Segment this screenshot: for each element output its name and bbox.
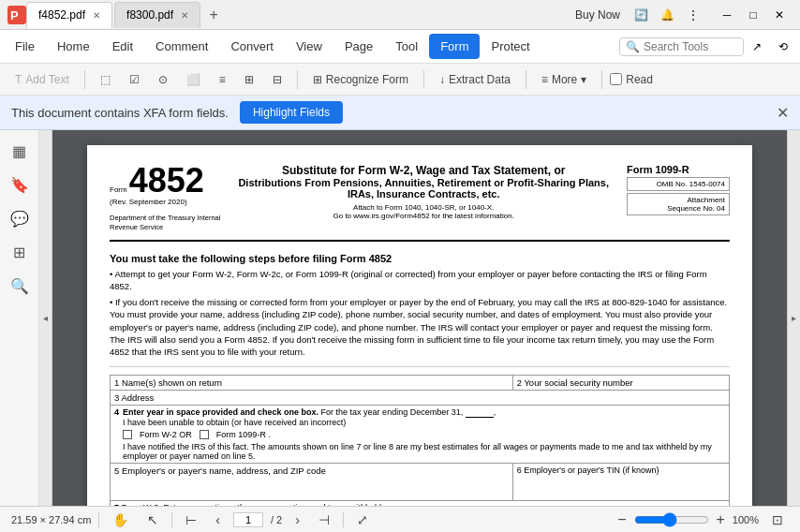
fit-page-button[interactable]: ⤢ [351,510,374,529]
menu-edit[interactable]: Edit [101,34,144,59]
titlebar: P f4852.pdf ✕ f8300.pdf ✕ + Buy Now 🔄 🔔 … [0,0,800,30]
nav-prev-button[interactable]: ‹ [210,510,226,529]
extract-data-button[interactable]: ↓ Extract Data [432,69,518,90]
svg-text:P: P [10,8,19,22]
toolbar-icon1[interactable]: ⬚ [93,69,118,90]
field-4-sub: I have been unable to obtain (or have re… [123,418,725,427]
fit-width-button[interactable]: ⊡ [766,510,789,529]
more-button[interactable]: ≡ More ▾ [534,69,594,90]
menu-convert[interactable]: Convert [219,34,285,59]
nav-next-button[interactable]: › [289,510,305,529]
pdf-area[interactable]: Form 4852 (Rev. September 2020) Departme… [52,130,787,506]
layers-panel-icon[interactable]: ⊞ [7,239,33,265]
read-checkbox[interactable] [610,73,622,85]
form-word: Form [110,185,127,194]
dept-line1: Department of the Treasury InternalReven… [110,214,220,232]
maximize-button[interactable]: □ [740,2,766,28]
zoom-level: 100% [733,514,759,525]
attachment-label: Attachment [631,196,725,204]
close-button[interactable]: ✕ [766,2,793,28]
pdf-page: Form 4852 (Rev. September 2020) Departme… [87,145,752,506]
hand-tool-button[interactable]: ✋ [107,510,134,529]
field-2-label: 2 Your social security number [512,375,729,390]
page-number-input[interactable] [233,512,263,527]
share-button[interactable]: ↗ [744,34,770,60]
tab-f4852-close[interactable]: ✕ [93,10,100,21]
toolbar-icon2[interactable]: ☑ [122,69,147,90]
highlight-fields-button[interactable]: Highlight Fields [240,101,343,124]
bullet2: • If you don't receive the missing or co… [110,296,730,358]
more-options-icon[interactable]: ⋮ [680,2,706,28]
form-header: Form 4852 (Rev. September 2020) Departme… [110,164,730,232]
search-panel-icon[interactable]: 🔍 [7,273,33,299]
omb-label: OMB No. 1545-0074 [627,177,730,191]
tab-f8300[interactable]: f8300.pdf ✕ [114,2,200,28]
xfa-notice-bar: This document contains XFA form fields. … [0,96,800,130]
field-6-label: 6 Employer's or payer's TIN (if known) [512,463,729,500]
search-tools-icon: 🔍 [626,40,640,53]
menu-file[interactable]: File [4,34,46,59]
menu-protect[interactable]: Protect [480,34,541,59]
form-number: 4852 [129,164,204,198]
minimize-button[interactable]: ─ [714,2,740,28]
extract-data-icon: ↓ [439,73,445,86]
toolbar-icon6[interactable]: ⊞ [237,69,261,90]
field-5-label: 5 Employer's or payer's name, address, a… [111,463,513,500]
tab-f4852-label: f4852.pdf [38,8,85,22]
nav-last-button[interactable]: ⊣ [313,510,335,529]
select-tool-button[interactable]: ↖ [141,510,164,529]
toolbar-icon3[interactable]: ⊙ [151,69,175,90]
form-attach-text: Attach to Form 1040, 1040-SR, or 1040-X. [228,203,619,212]
toolbar-icon7[interactable]: ⊟ [265,69,289,90]
form-1099r: Form 1099-R [627,164,730,175]
1099r-checkbox[interactable] [200,430,209,439]
add-text-button[interactable]: T Add Text [7,69,77,90]
main-area: ▦ 🔖 💬 ⊞ 🔍 ◂ Form 4852 (Rev. September 20… [0,130,800,506]
form-toolbar: T Add Text ⬚ ☑ ⊙ ⬜ ≡ ⊞ ⊟ ⊞ Recognize For… [0,64,800,96]
right-collapse-button[interactable]: ▸ [787,130,800,506]
zoom-out-button[interactable]: − [617,511,626,528]
menu-tool[interactable]: Tool [384,34,429,59]
menu-home[interactable]: Home [46,34,101,59]
notification-icon[interactable]: 🔔 [654,2,680,28]
search-tools-input[interactable] [644,40,737,53]
w2-checkbox[interactable] [123,430,132,439]
zoom-in-button[interactable]: + [717,511,725,528]
w2-label: Form W-2 OR [140,430,192,439]
xfa-close-button[interactable]: ✕ [777,104,789,122]
help-button[interactable]: ⟲ [770,34,796,60]
bottom-bar: 21.59 × 27.94 cm ✋ ↖ ⊢ ‹ / 2 › ⊣ ⤢ − + 1… [0,506,800,532]
toolbar-icon5[interactable]: ≡ [212,69,233,90]
field-4-p2: I have notified the IRS of this fact. Th… [123,442,725,461]
more-icon: ≡ [541,73,548,86]
bookmark-panel-icon[interactable]: 🔖 [7,171,33,198]
thumbnail-panel-icon[interactable]: ▦ [7,138,33,164]
form-website: Go to www.irs.gov/Form4852 for the lates… [228,212,619,220]
buy-now-button[interactable]: Buy Now [568,5,628,25]
menu-view[interactable]: View [285,34,333,59]
field-7-text: Form W-2. Enter wages, tips, other compe… [122,503,384,506]
app-logo: P [7,6,26,24]
read-checkbox-label[interactable]: Read [610,73,653,86]
page-dimensions: 21.59 × 27.94 cm [11,514,91,525]
left-collapse-button[interactable]: ◂ [39,130,52,506]
more-chevron: ▾ [581,73,586,86]
zoom-slider[interactable] [634,512,709,527]
tab-f8300-close[interactable]: ✕ [181,10,188,21]
menu-form[interactable]: Form [429,34,480,59]
update-icon[interactable]: 🔄 [628,2,654,28]
form-table: 1 Name(s) shown on return 2 Your social … [110,375,730,506]
tab-f4852[interactable]: f4852.pdf ✕ [26,2,112,28]
menu-page[interactable]: Page [333,34,384,59]
comment-panel-icon[interactable]: 💬 [7,205,33,231]
form-title-line2: Distributions From Pensions, Annuities, … [228,177,619,188]
add-tab-button[interactable]: + [202,4,225,26]
xfa-message: This document contains XFA form fields. [11,106,229,120]
menu-comment[interactable]: Comment [144,34,219,59]
field-4-number: 4 [114,407,119,417]
nav-first-button[interactable]: ⊢ [180,510,202,529]
toolbar-icon4[interactable]: ⬜ [179,69,208,90]
recognize-form-button[interactable]: ⊞ Recognize Form [305,69,416,90]
tab-f8300-label: f8300.pdf [126,8,173,22]
page-separator: / 2 [271,514,282,525]
